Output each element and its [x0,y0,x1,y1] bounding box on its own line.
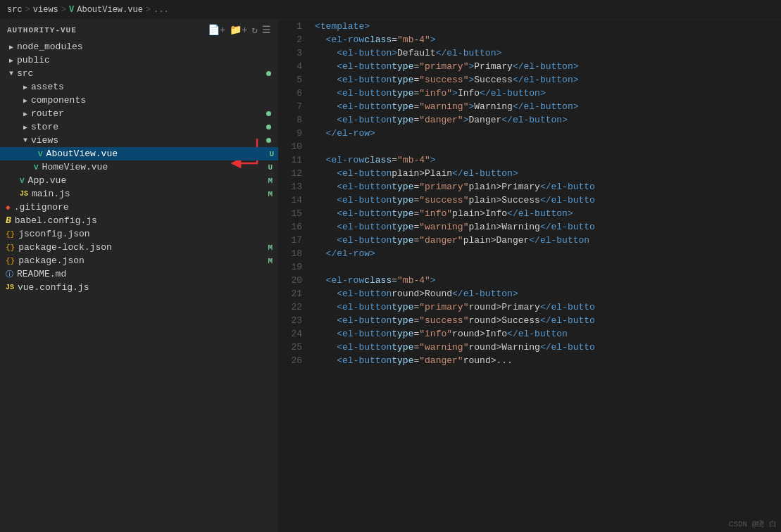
sidebar-title: AUTHORITY-VUE [7,26,77,34]
expand-arrow: ▶ [20,96,31,105]
sidebar-item-public[interactable]: ▶ public [0,53,278,67]
line-num: 1 [284,20,302,33]
editor: 1 2 3 4 5 6 7 8 9 10 11 12 13 14 15 16 1… [278,20,781,532]
code-line: <el-button type="success" plain>Success<… [315,194,781,207]
sidebar-item-jsconfig[interactable]: {} jsconfig.json [0,227,278,241]
file-label: HomeView.vue [42,162,268,172]
folder-label: router [31,108,266,119]
code-line: <el-row class="mb-4"> [315,33,781,46]
sidebar-item-node-modules[interactable]: ▶ node_modules [0,40,278,53]
folder-label: src [17,68,266,79]
breadcrumb: src > views > V​ AboutView.vue > ... [0,0,781,20]
js-file-icon: JS [6,284,14,291]
new-file-icon[interactable]: 📄+ [208,24,225,36]
expand-arrow: ▶ [20,110,31,118]
json-file-icon: {} [6,257,15,265]
code-line: <el-button>Default</el-button> [315,46,781,60]
code-content[interactable]: <template> <el-row class="mb-4"> <el-but… [308,20,781,532]
sidebar-item-gitignore[interactable]: ◆ .gitignore [0,201,278,214]
line-num: 17 [284,234,302,247]
breadcrumb-file[interactable]: AboutView.vue [77,5,143,15]
sidebar-item-aboutview[interactable]: V AboutView.vue U [0,147,278,160]
file-label: .gitignore [14,202,278,213]
expand-arrow: ▶ [20,123,31,132]
js-file-icon: JS [20,190,28,198]
line-num: 14 [284,194,302,207]
line-num: 9 [284,127,302,140]
code-line: <el-button type="info" plain>Info</el-bu… [315,207,781,220]
code-line: <el-button plain>Plain</el-button> [315,167,781,180]
file-label: vue.config.js [18,282,278,293]
line-num: 12 [284,167,302,180]
folder-label: assets [31,82,278,92]
vue-file-icon: V [20,177,25,185]
folder-label: components [31,95,278,106]
expand-arrow: ▶ [6,43,17,51]
line-num: 19 [284,260,302,274]
expand-arrow: ▼ [6,70,17,77]
line-numbers: 1 2 3 4 5 6 7 8 9 10 11 12 13 14 15 16 1… [278,20,308,532]
line-num: 2 [284,33,302,46]
code-line: <el-button type="primary" round>Primary<… [315,300,781,314]
expand-arrow: ▶ [6,56,17,65]
breadcrumb-views[interactable]: views [33,5,58,15]
line-num: 6 [284,87,302,100]
new-folder-icon[interactable]: 📁+ [230,24,247,36]
line-num: 11 [284,153,302,167]
babel-file-icon: B [6,215,11,226]
folder-label: public [17,55,278,65]
code-line: <el-button type="danger">Danger</el-butt… [315,113,781,127]
sidebar-item-store[interactable]: ▶ store [0,120,278,134]
git-file-icon: ◆ [6,203,11,212]
sidebar-item-homeview[interactable]: V HomeView.vue U [0,160,278,174]
line-num: 24 [284,327,302,341]
watermark: CSDN @绕 白 [729,519,777,529]
sidebar-actions: 📄+ 📁+ ↻ ☰ [208,24,271,36]
code-line: <template> [315,20,781,33]
sidebar-item-src[interactable]: ▼ src [0,67,278,80]
sidebar-item-package[interactable]: {} package.json M [0,254,278,267]
file-label: babel.config.js [15,215,278,226]
sidebar-item-views[interactable]: ▼ views [0,134,278,147]
sidebar-item-router[interactable]: ▶ router [0,107,278,120]
sidebar-item-mainjs[interactable]: JS main.js M [0,187,278,201]
folder-label: store [31,122,266,132]
sep3: > [146,5,151,15]
modified-dot [266,71,271,76]
code-line: <el-button type="info">Info</el-button> [315,87,781,100]
code-area[interactable]: 1 2 3 4 5 6 7 8 9 10 11 12 13 14 15 16 1… [278,20,781,532]
file-label: main.js [32,189,268,199]
code-line: <el-button type="success" round>Success<… [315,314,781,327]
line-num: 3 [284,46,302,60]
code-line: <el-button type="primary">Primary</el-bu… [315,60,781,73]
line-num: 15 [284,207,302,220]
file-badge: M [268,257,273,265]
refresh-icon[interactable]: ↻ [252,24,258,36]
sidebar-item-package-lock[interactable]: {} package-lock.json M [0,241,278,254]
code-line: <el-button type="danger" plain>Danger</e… [315,234,781,247]
modified-dot [266,125,271,129]
code-line: <el-row class="mb-4"> [315,274,781,287]
line-num: 18 [284,247,302,260]
breadcrumb-src[interactable]: src [7,5,23,15]
sep2: > [61,5,66,15]
info-file-icon: ⓘ [6,269,13,279]
file-badge: U [268,163,273,172]
file-label: jsconfig.json [18,229,278,239]
sep1: > [25,5,30,15]
sidebar-item-assets[interactable]: ▶ assets [0,80,278,94]
code-line: <el-row class="mb-4"> [315,153,781,167]
code-line: </el-row> [315,247,781,260]
vue-file-icon: V [34,163,39,172]
sidebar-item-readme[interactable]: ⓘ README.md [0,267,278,281]
line-num: 8 [284,113,302,127]
sidebar-item-babel[interactable]: B babel.config.js [0,214,278,227]
sidebar-item-appvue[interactable]: V App.vue M [0,174,278,187]
code-line: <el-button type="success">Success</el-bu… [315,73,781,87]
sidebar-item-vueconfig[interactable]: JS vue.config.js [0,281,278,294]
code-line [315,140,781,153]
sidebar-item-components[interactable]: ▶ components [0,94,278,107]
collapse-icon[interactable]: ☰ [262,24,271,36]
code-line [315,260,781,274]
file-label: package.json [18,255,268,266]
